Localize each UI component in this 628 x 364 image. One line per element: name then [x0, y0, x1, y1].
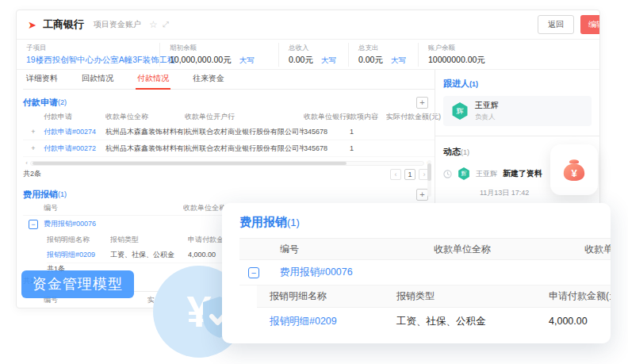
window-header: ➤ 工商银行 项目资金账户 ☆ ⤢ 返回 编辑: [17, 10, 599, 40]
uppercase-link[interactable]: 大写: [391, 56, 406, 66]
scroll-left-icon[interactable]: ‹: [23, 159, 30, 167]
expense-zoom-card: 费用报销(1) 编号 收款单位全称 收款单位开户行 − 费用报销#00076 报…: [222, 203, 611, 343]
overlay-expense-link[interactable]: 费用报销#00076: [268, 266, 423, 279]
sidebar-divider: [435, 136, 599, 136]
uppercase-link[interactable]: 大写: [239, 56, 255, 66]
app-logo-icon: ➤: [28, 20, 36, 30]
overlay-detail-row[interactable]: 报销明细#0209 工资、社保、公积金 4,000.00: [257, 308, 611, 335]
row-expander-icon[interactable]: +: [23, 144, 44, 152]
tab-transactions[interactable]: 往来资金: [191, 70, 226, 89]
back-button[interactable]: 返回: [538, 15, 574, 34]
pagination: ‹ 1 ›: [390, 169, 430, 180]
tab-receipts[interactable]: 回款情况: [80, 70, 115, 89]
add-payment-button[interactable]: +: [416, 97, 428, 109]
subproject-link[interactable]: 19楼西投创智中心办公室A幢3F装饰工程: [26, 55, 150, 66]
favorite-star-icon[interactable]: ☆: [149, 19, 158, 30]
summary-opening-balance: 期初余额 10,000,000.00元 大写: [159, 43, 278, 67]
avatar: 辉: [458, 167, 470, 180]
clock-icon: [443, 170, 452, 178]
summary-account-balance: 账户余额 10000000.00元: [418, 43, 495, 67]
payment-row[interactable]: + 付款申请#00272 杭州品木森鑫装饰材料有限公司 杭州联合农村商业银行股份…: [23, 140, 435, 157]
payment-total-count: 共2条: [23, 169, 41, 179]
summary-total-expense: 总支出 0.00元 大写: [348, 43, 418, 67]
payment-section-header: 付款申请 (2) +: [23, 95, 435, 109]
tab-bar: 详细资料 回款情况 付款情况 往来资金: [23, 70, 435, 90]
uppercase-link[interactable]: 大写: [321, 56, 336, 66]
payment-table: 付款申请 收款单位全称 收款单位开户行 收款单位银行账号 款项内容 实际付款金额…: [23, 109, 435, 182]
activity-actor: 王亚辉: [476, 169, 497, 179]
edit-button[interactable]: 编辑: [580, 15, 600, 34]
row-expander-icon[interactable]: +: [23, 128, 44, 136]
svg-text:¥: ¥: [571, 167, 577, 179]
expense-detail-link[interactable]: 报销明细#0209: [47, 250, 110, 260]
expense-section-title: 费用报销: [23, 189, 58, 201]
page-number[interactable]: 1: [404, 169, 415, 180]
expand-icon[interactable]: ⤢: [163, 20, 169, 29]
tab-payments[interactable]: 付款情况: [136, 70, 170, 89]
payment-section-title: 付款申请: [23, 97, 58, 109]
add-expense-button[interactable]: +: [416, 189, 428, 201]
overlay-table: 编号 收款单位全称 收款单位开户行 − 费用报销#00076 报销明细名称 报销…: [239, 238, 611, 335]
prev-page-icon[interactable]: ‹: [390, 169, 401, 180]
summary-subproject: 子项目 19楼西投创智中心办公室A幢3F装饰工程: [17, 43, 159, 67]
table-horizontal-scrollbar: ‹ ›: [23, 159, 431, 167]
payment-table-header: 付款申请 收款单位全称 收款单位开户行 收款单位银行账号 款项内容 实际付款金额…: [23, 109, 435, 124]
payment-row[interactable]: + 付款申请#00274 杭州品木森鑫装饰材料有限公司 杭州联合农村商业银行股份…: [23, 124, 435, 140]
summary-bar: 子项目 19楼西投创智中心办公室A幢3F装饰工程 期初余额 10,000,000…: [17, 40, 599, 70]
table-vertical-scrollbar[interactable]: [427, 160, 431, 197]
scrollbar-thumb[interactable]: [33, 162, 347, 165]
follower-name: 王亚辉: [475, 100, 499, 111]
follower-role: 负责人: [475, 113, 499, 122]
overlay-title: 费用报销(1): [239, 215, 611, 230]
overlay-expense-row[interactable]: − 费用报销#00076: [239, 260, 611, 285]
activity-action: 新建了资料: [503, 168, 542, 179]
tab-details[interactable]: 详细资料: [25, 70, 59, 89]
overlay-detail-link[interactable]: 报销明细#0209: [257, 315, 384, 328]
expense-link[interactable]: 费用报销#00076: [44, 219, 183, 229]
payment-link[interactable]: 付款申请#00274: [44, 127, 105, 137]
avatar: 辉: [451, 102, 469, 120]
summary-total-income: 总收入 0.00元 大写: [278, 43, 348, 67]
breadcrumb: 项目资金账户: [94, 19, 141, 30]
follower-card[interactable]: 辉 王亚辉 负责人: [443, 96, 592, 126]
overlay-table-header: 编号 收款单位全称 收款单位开户行: [239, 238, 611, 260]
payment-table-footer: 共2条 ‹ 1 ›: [23, 167, 435, 182]
payment-link[interactable]: 付款申请#00272: [44, 144, 105, 154]
row-collapse-icon[interactable]: −: [248, 267, 259, 278]
row-collapse-icon[interactable]: −: [29, 220, 38, 229]
model-label-badge: 资金管理模型: [21, 270, 134, 298]
overlay-detail-header: 报销明细名称 报销类型 申请付款金额(元): [257, 285, 611, 308]
expense-section-header: 费用报销 (1) +: [23, 187, 435, 201]
money-bag-card: ¥: [550, 144, 598, 195]
followers-title: 跟进人(1): [443, 78, 592, 90]
money-bag-icon: ¥: [559, 155, 589, 185]
page-title: 工商银行: [43, 17, 84, 32]
